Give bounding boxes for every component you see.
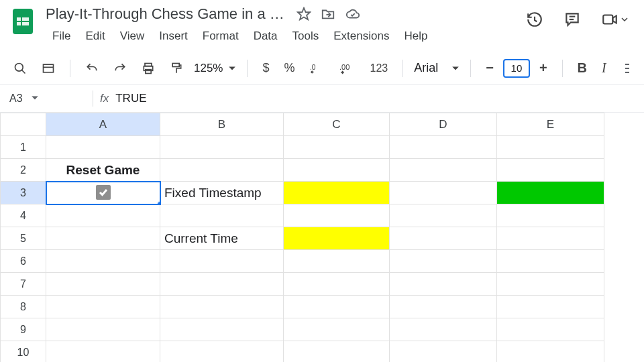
cell-A7[interactable] — [46, 273, 160, 296]
cloud-saved-icon[interactable] — [345, 7, 361, 21]
column-header-D[interactable]: D — [390, 113, 497, 136]
cell-E2[interactable] — [497, 159, 604, 182]
cell-E7[interactable] — [497, 273, 604, 296]
star-icon[interactable] — [297, 7, 311, 21]
print-icon[interactable] — [138, 59, 159, 78]
row-header-3[interactable]: 3 — [1, 182, 46, 204]
font-selector[interactable]: Arial — [414, 61, 460, 75]
cell-B1[interactable] — [160, 136, 284, 159]
format-currency-button[interactable]: $ — [258, 58, 273, 78]
row-header-5[interactable]: 5 — [1, 227, 46, 250]
font-size-input[interactable]: 10 — [503, 59, 530, 78]
document-title[interactable]: Play-It-Through Chess Game in a Sin... — [46, 5, 287, 23]
cell-B8[interactable] — [160, 296, 284, 318]
cell-E8[interactable] — [497, 296, 604, 318]
menu-tools[interactable]: Tools — [286, 27, 326, 46]
cell-D8[interactable] — [390, 296, 497, 318]
cell-B10[interactable] — [160, 341, 284, 363]
row-header-9[interactable]: 9 — [1, 318, 46, 341]
sheets-logo[interactable] — [9, 8, 36, 35]
row-header-6[interactable]: 6 — [1, 250, 46, 273]
cell-D2[interactable] — [390, 159, 497, 182]
spreadsheet-grid[interactable]: A B C D E 1 2Reset Game 3 Fixed Timestam… — [0, 113, 644, 362]
font-size-increase-button[interactable]: + — [535, 58, 551, 78]
cell-C7[interactable] — [284, 273, 390, 296]
row-header-8[interactable]: 8 — [1, 296, 46, 318]
cell-A5[interactable] — [46, 227, 160, 250]
cell-D4[interactable] — [390, 204, 497, 227]
menu-view[interactable]: View — [113, 27, 152, 46]
menu-file[interactable]: File — [46, 27, 77, 46]
cell-E3[interactable] — [497, 182, 604, 204]
menu-edit[interactable]: Edit — [78, 27, 111, 46]
cell-E6[interactable] — [497, 250, 604, 273]
name-box[interactable]: A3 — [5, 93, 86, 105]
cell-E1[interactable] — [497, 136, 604, 159]
cell-A10[interactable] — [46, 341, 160, 363]
cell-A4[interactable] — [46, 204, 160, 227]
increase-decimal-icon[interactable]: .00 — [335, 59, 360, 78]
cell-E10[interactable] — [497, 341, 604, 363]
undo-icon[interactable] — [81, 59, 103, 78]
row-header-1[interactable]: 1 — [1, 136, 46, 159]
row-header-7[interactable]: 7 — [1, 273, 46, 296]
menu-insert[interactable]: Insert — [152, 27, 195, 46]
redo-icon[interactable] — [109, 59, 131, 78]
cell-C8[interactable] — [284, 296, 390, 318]
search-icon[interactable] — [9, 59, 31, 78]
cell-C4[interactable] — [284, 204, 390, 227]
version-history-icon[interactable] — [526, 11, 543, 28]
cell-D6[interactable] — [390, 250, 497, 273]
cell-A9[interactable] — [46, 318, 160, 341]
comments-icon[interactable] — [564, 11, 581, 28]
cell-B5[interactable]: Current Time — [160, 227, 284, 250]
meet-icon[interactable] — [601, 11, 628, 28]
paint-format-icon[interactable] — [166, 59, 187, 78]
cell-C3[interactable] — [284, 182, 390, 204]
cell-A6[interactable] — [46, 250, 160, 273]
cell-B4[interactable] — [160, 204, 284, 227]
row-header-4[interactable]: 4 — [1, 204, 46, 227]
cell-C1[interactable] — [284, 136, 390, 159]
row-header-2[interactable]: 2 — [1, 159, 46, 182]
menu-format[interactable]: Format — [196, 27, 246, 46]
formula-value[interactable]: TRUE — [115, 92, 146, 105]
cell-D10[interactable] — [390, 341, 497, 363]
menu-help[interactable]: Help — [397, 27, 434, 46]
cell-A8[interactable] — [46, 296, 160, 318]
cell-E4[interactable] — [497, 204, 604, 227]
bold-button[interactable]: B — [574, 58, 591, 78]
menu-data[interactable]: Data — [247, 27, 284, 46]
select-all-corner[interactable] — [1, 113, 46, 136]
cell-A3[interactable] — [46, 182, 160, 204]
cell-D5[interactable] — [390, 227, 497, 250]
cell-B3[interactable]: Fixed Timestamp — [160, 182, 284, 204]
toolbar-overflow-icon[interactable] — [620, 60, 635, 77]
cell-C5[interactable] — [284, 227, 390, 250]
column-header-B[interactable]: B — [160, 113, 284, 136]
cell-C6[interactable] — [284, 250, 390, 273]
zoom-selector[interactable]: 125% — [194, 62, 236, 75]
cell-A1[interactable] — [46, 136, 160, 159]
cell-B7[interactable] — [160, 273, 284, 296]
cell-C2[interactable] — [284, 159, 390, 182]
italic-button[interactable]: I — [598, 58, 610, 78]
checkbox-icon[interactable] — [96, 185, 111, 200]
format-number-button[interactable]: 123 — [366, 60, 392, 77]
cell-D7[interactable] — [390, 273, 497, 296]
row-header-10[interactable]: 10 — [1, 341, 46, 363]
move-folder-icon[interactable] — [321, 7, 335, 21]
cell-C9[interactable] — [284, 318, 390, 341]
column-header-E[interactable]: E — [497, 113, 604, 136]
sheets-menu-icon[interactable] — [38, 59, 59, 78]
cell-E9[interactable] — [497, 318, 604, 341]
format-percent-button[interactable]: % — [280, 58, 299, 78]
cell-B6[interactable] — [160, 250, 284, 273]
column-header-A[interactable]: A — [46, 113, 160, 136]
menu-extensions[interactable]: Extensions — [327, 27, 396, 46]
cell-D9[interactable] — [390, 318, 497, 341]
column-header-C[interactable]: C — [284, 113, 390, 136]
cell-E5[interactable] — [497, 227, 604, 250]
cell-C10[interactable] — [284, 341, 390, 363]
decrease-decimal-icon[interactable]: .0 — [306, 59, 329, 78]
